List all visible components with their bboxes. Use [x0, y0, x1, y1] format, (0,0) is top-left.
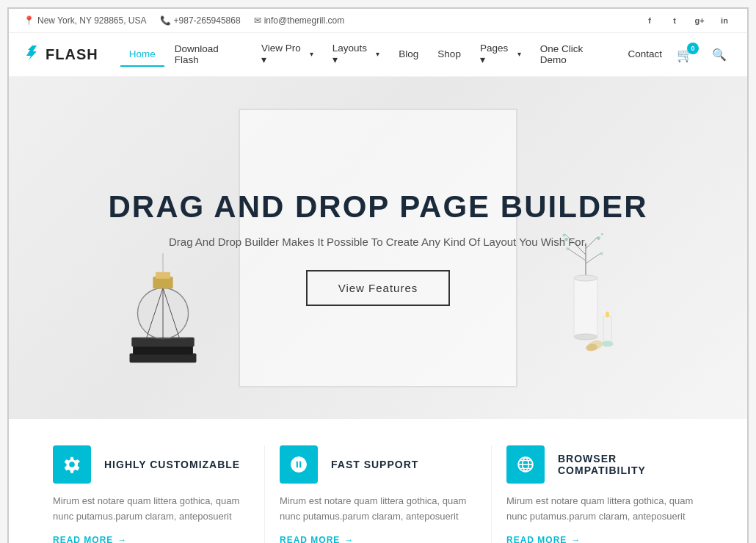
cart-button[interactable]: 🛒 0: [671, 44, 699, 66]
read-more-1[interactable]: READ MORE: [53, 535, 250, 543]
nav-right: 🛒 0 🔍: [671, 43, 733, 66]
feature-icon-customizable: [53, 445, 91, 484]
feature-desc-3: Mirum est notare quam littera gothica, q…: [506, 494, 703, 525]
svg-point-33: [302, 463, 305, 466]
svg-rect-1: [133, 346, 193, 355]
hero-subtitle: Drag And Drop Builder Makes It Possible …: [109, 236, 648, 248]
browser-icon: [516, 455, 535, 474]
feature-icon-browser: [506, 445, 545, 484]
location-icon: 📍: [23, 15, 34, 26]
email-icon: ✉: [254, 15, 261, 26]
feature-title-3: BROWSER COMPATIBILITY: [558, 453, 703, 476]
nav-link-blog[interactable]: Blog: [390, 43, 427, 67]
read-more-2[interactable]: READ MORE: [280, 535, 476, 543]
nav-item-shop[interactable]: Shop: [429, 43, 470, 67]
email-info: ✉ info@themegrill.com: [254, 15, 345, 26]
location-text: New York, NY 928865, USA: [37, 15, 147, 26]
read-more-3[interactable]: READ MORE: [506, 535, 703, 543]
logo[interactable]: FLASH: [23, 44, 98, 66]
email-text: info@themegrill.com: [264, 15, 345, 26]
hero-title: DRAG AND DROP PAGE BUILDER: [109, 190, 648, 224]
feature-header-3: BROWSER COMPATIBILITY: [506, 445, 703, 484]
read-more-label-2: READ MORE: [280, 535, 340, 543]
top-bar: 📍 New York, NY 928865, USA 📞 +987-265945…: [9, 9, 747, 33]
nav-item-download[interactable]: Download Flash: [166, 37, 251, 73]
search-icon: 🔍: [712, 48, 727, 61]
top-bar-left: 📍 New York, NY 928865, USA 📞 +987-265945…: [23, 15, 344, 26]
top-bar-social: f t g+ in: [641, 12, 733, 29]
svg-point-29: [602, 341, 614, 347]
nav-link-oneclickdemo[interactable]: One Click Demo: [531, 37, 618, 73]
cart-badge: 0: [687, 43, 699, 54]
googleplus-link[interactable]: g+: [691, 12, 708, 29]
support-icon: [289, 455, 308, 474]
facebook-link[interactable]: f: [641, 12, 658, 29]
feature-desc-1: Mirum est notare quam littera gothica, q…: [53, 494, 250, 525]
nav-links: Home Download Flash View Pro ▾ Layouts ▾…: [120, 37, 671, 73]
location-info: 📍 New York, NY 928865, USA: [23, 15, 147, 26]
navbar: FLASH Home Download Flash View Pro ▾ Lay…: [9, 33, 747, 77]
read-more-label-1: READ MORE: [53, 535, 113, 543]
feature-item-support: FAST SUPPORT Mirum est notare quam litte…: [265, 445, 492, 543]
nav-item-layouts[interactable]: Layouts ▾: [324, 37, 389, 73]
feature-item-browser: BROWSER COMPATIBILITY Mirum est notare q…: [492, 445, 718, 543]
features-section: HIGHLY CUSTOMIZABLE Mirum est notare qua…: [9, 419, 747, 543]
feature-header-1: HIGHLY CUSTOMIZABLE: [53, 445, 250, 484]
svg-rect-0: [130, 354, 197, 363]
svg-point-26: [574, 334, 597, 340]
nav-link-shop[interactable]: Shop: [429, 43, 470, 67]
nav-item-blog[interactable]: Blog: [390, 43, 427, 67]
svg-point-28: [606, 312, 609, 318]
nav-link-home[interactable]: Home: [120, 43, 164, 67]
view-features-button[interactable]: View Features: [306, 270, 451, 306]
feature-header-2: FAST SUPPORT: [280, 445, 476, 484]
nav-item-viewpro[interactable]: View Pro ▾: [252, 37, 322, 73]
nav-item-contact[interactable]: Contact: [619, 43, 671, 67]
svg-point-34: [292, 463, 295, 466]
nav-link-download[interactable]: Download Flash: [166, 37, 251, 73]
phone-icon: 📞: [160, 15, 171, 26]
twitter-link[interactable]: t: [666, 12, 683, 29]
hero-section: DRAG AND DROP PAGE BUILDER Drag And Drop…: [9, 77, 747, 419]
nav-link-contact[interactable]: Contact: [619, 43, 671, 67]
phone-text: +987-265945868: [174, 15, 241, 26]
search-button[interactable]: 🔍: [706, 43, 733, 66]
phone-info: 📞 +987-265945868: [160, 15, 241, 26]
feature-title-1: HIGHLY CUSTOMIZABLE: [104, 459, 240, 470]
feature-item-customizable: HIGHLY CUSTOMIZABLE Mirum est notare qua…: [38, 445, 265, 543]
linkedin-link[interactable]: in: [716, 12, 733, 29]
nav-link-pages[interactable]: Pages ▾: [471, 37, 530, 73]
read-more-label-3: READ MORE: [506, 535, 567, 543]
gear-icon: [62, 455, 81, 474]
feature-desc-2: Mirum est notare quam littera gothica, q…: [280, 494, 476, 525]
nav-link-viewpro[interactable]: View Pro ▾: [252, 37, 322, 73]
feature-title-2: FAST SUPPORT: [331, 459, 418, 470]
nav-item-oneclickdemo[interactable]: One Click Demo: [531, 37, 618, 73]
page-wrapper: 📍 New York, NY 928865, USA 📞 +987-265945…: [7, 7, 749, 543]
hero-content: DRAG AND DROP PAGE BUILDER Drag And Drop…: [109, 190, 648, 306]
svg-rect-27: [603, 316, 611, 343]
logo-text: FLASH: [46, 46, 98, 63]
logo-icon: [23, 44, 41, 66]
nav-link-layouts[interactable]: Layouts ▾: [324, 37, 389, 73]
nav-item-home[interactable]: Home: [120, 43, 164, 67]
nav-item-pages[interactable]: Pages ▾: [471, 37, 530, 73]
feature-icon-support: [280, 445, 318, 484]
